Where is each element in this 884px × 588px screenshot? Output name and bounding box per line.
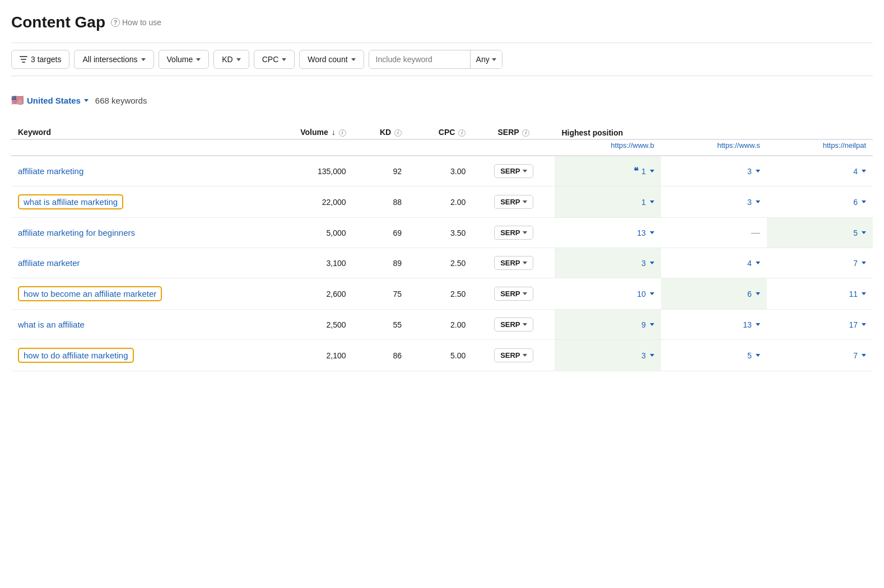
chevron-down-icon bbox=[196, 58, 201, 61]
position-value[interactable]: 10 bbox=[637, 290, 654, 298]
hp-col2-cell: 4 bbox=[661, 248, 767, 278]
page-title: Content Gap bbox=[11, 13, 105, 31]
position-value[interactable]: 1 bbox=[641, 198, 654, 207]
hp-col1-cell: 1 bbox=[555, 186, 660, 218]
volume-info-icon[interactable]: i bbox=[339, 129, 346, 137]
targets-label: 3 targets bbox=[31, 55, 61, 64]
volume-cell: 2,100 bbox=[260, 340, 353, 371]
serp-button[interactable]: SERP bbox=[494, 256, 533, 270]
hp-col1-cell: 10 bbox=[555, 278, 660, 310]
position-value[interactable]: 5 bbox=[853, 228, 866, 237]
cpc-dropdown[interactable]: CPC bbox=[254, 50, 295, 69]
position-value[interactable]: 9 bbox=[641, 320, 654, 329]
position-value[interactable]: 11 bbox=[849, 290, 866, 298]
include-keyword-field: Any bbox=[369, 50, 503, 69]
kd-label: KD bbox=[222, 55, 232, 64]
chevron-down-icon bbox=[756, 200, 760, 203]
position-value[interactable]: 3 bbox=[641, 351, 654, 360]
serp-button[interactable]: SERP bbox=[494, 164, 533, 178]
position-value[interactable]: 7 bbox=[853, 259, 866, 268]
position-value[interactable]: 6 bbox=[747, 290, 760, 298]
chevron-down-icon bbox=[862, 354, 866, 357]
how-to-use-link[interactable]: ? How to use bbox=[111, 18, 161, 27]
hp-col3-cell: 17 bbox=[767, 310, 873, 340]
serp-cell: SERP bbox=[472, 186, 555, 218]
chevron-down-icon bbox=[862, 170, 866, 172]
word-count-dropdown[interactable]: Word count bbox=[299, 50, 364, 69]
kd-cell: 92 bbox=[353, 156, 409, 186]
serp-button[interactable]: SERP bbox=[494, 287, 533, 301]
volume-dropdown[interactable]: Volume bbox=[159, 50, 210, 69]
serp-info-icon[interactable]: i bbox=[522, 129, 529, 137]
keyword-link[interactable]: what is affiliate marketing bbox=[24, 197, 118, 207]
serp-button[interactable]: SERP bbox=[494, 226, 533, 240]
chevron-down-icon bbox=[141, 58, 146, 61]
chevron-down-icon bbox=[756, 292, 760, 295]
position-value[interactable]: 4 bbox=[853, 167, 866, 176]
th-serp: SERP i bbox=[472, 122, 555, 139]
table-row: affiliate marketing135,000923.00SERP ❝1 … bbox=[11, 156, 873, 186]
intersections-label: All intersections bbox=[82, 55, 137, 64]
quote-icon: ❝ bbox=[634, 166, 639, 176]
position-value[interactable]: 3 bbox=[747, 167, 760, 176]
hp-col3-cell: 7 bbox=[767, 340, 873, 371]
chevron-down-icon bbox=[756, 170, 760, 172]
chevron-down-icon bbox=[236, 58, 241, 61]
kd-dropdown[interactable]: KD bbox=[213, 50, 249, 69]
volume-cell: 3,100 bbox=[260, 248, 353, 278]
keyword-link[interactable]: affiliate marketer bbox=[18, 258, 80, 268]
serp-cell: SERP bbox=[472, 310, 555, 340]
include-keyword-input[interactable] bbox=[369, 50, 470, 68]
keyword-link[interactable]: how to become an affiliate marketer bbox=[24, 289, 156, 298]
chevron-down-icon bbox=[84, 99, 89, 102]
kd-cell: 69 bbox=[353, 218, 409, 248]
any-dropdown[interactable]: Any bbox=[470, 50, 502, 68]
volume-cell: 2,600 bbox=[260, 278, 353, 310]
region-selector[interactable]: 🇺🇸 United States bbox=[11, 94, 89, 106]
serp-cell: SERP bbox=[472, 156, 555, 186]
table-row: affiliate marketer3,100892.50SERP 3 4 7 bbox=[11, 248, 873, 278]
position-value[interactable]: 17 bbox=[849, 320, 866, 329]
kd-cell: 75 bbox=[353, 278, 409, 310]
position-value[interactable]: ❝1 bbox=[634, 166, 654, 176]
serp-button[interactable]: SERP bbox=[494, 195, 533, 209]
table-row: affiliate marketing for beginners5,00069… bbox=[11, 218, 873, 248]
keyword-cell: how to become an affiliate marketer bbox=[11, 278, 260, 310]
intersections-dropdown[interactable]: All intersections bbox=[74, 50, 153, 69]
chevron-down-icon bbox=[492, 58, 496, 61]
position-value[interactable]: 7 bbox=[853, 351, 866, 360]
cpc-cell: 2.50 bbox=[408, 248, 472, 278]
position-value[interactable]: 4 bbox=[747, 259, 760, 268]
hp-col2-cell: 6 bbox=[661, 278, 767, 310]
position-value[interactable]: 13 bbox=[743, 320, 760, 329]
dash: — bbox=[751, 228, 760, 237]
position-value[interactable]: 6 bbox=[853, 198, 866, 207]
cpc-info-icon[interactable]: i bbox=[458, 129, 466, 137]
keyword-cell: what is affiliate marketing bbox=[11, 186, 260, 218]
chevron-down-icon bbox=[756, 354, 760, 357]
chevron-down-icon bbox=[862, 323, 866, 326]
kd-info-icon[interactable]: i bbox=[394, 129, 402, 137]
chevron-down-icon bbox=[862, 200, 866, 203]
kd-cell: 86 bbox=[353, 340, 409, 371]
kd-cell: 55 bbox=[353, 310, 409, 340]
help-icon: ? bbox=[111, 18, 120, 27]
table-row: how to become an affiliate marketer2,600… bbox=[11, 278, 873, 310]
volume-label: Volume bbox=[167, 55, 193, 64]
keywords-table: Keyword Volume ↓ i KD i CPC i bbox=[11, 122, 873, 371]
position-value[interactable]: 13 bbox=[637, 228, 654, 237]
position-value[interactable]: 3 bbox=[641, 259, 654, 268]
th-kd: KD i bbox=[353, 122, 409, 139]
serp-button[interactable]: SERP bbox=[494, 318, 533, 332]
keyword-link[interactable]: what is an affiliate bbox=[18, 320, 85, 329]
position-value[interactable]: 5 bbox=[747, 351, 760, 360]
keyword-link[interactable]: affiliate marketing bbox=[18, 166, 83, 176]
keyword-link[interactable]: affiliate marketing for beginners bbox=[18, 228, 135, 237]
th-cpc: CPC i bbox=[408, 122, 472, 139]
serp-button[interactable]: SERP bbox=[494, 348, 533, 362]
keyword-link[interactable]: how to do affiliate marketing bbox=[24, 351, 128, 360]
position-value[interactable]: 3 bbox=[747, 198, 760, 207]
volume-cell: 135,000 bbox=[260, 156, 353, 186]
toolbar: 3 targets All intersections Volume KD CP… bbox=[11, 43, 873, 76]
targets-button[interactable]: 3 targets bbox=[11, 50, 69, 69]
